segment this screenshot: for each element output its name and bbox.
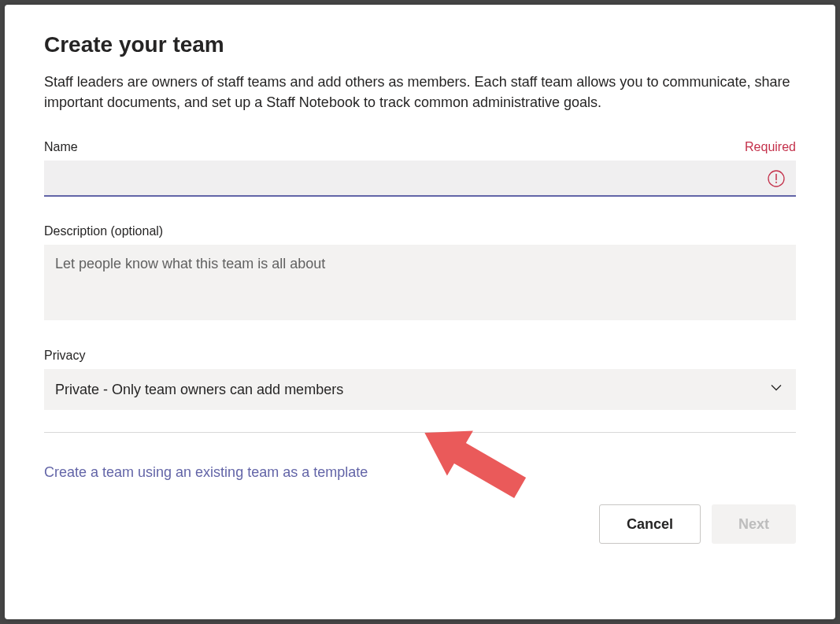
svg-point-2: [775, 182, 777, 183]
chevron-down-icon: [769, 381, 783, 399]
description-input[interactable]: [44, 245, 796, 320]
privacy-label: Privacy: [44, 349, 85, 363]
create-from-template-link[interactable]: Create a team using an existing team as …: [44, 464, 368, 481]
dialog-description: Staff leaders are owners of staff teams …: [44, 72, 796, 113]
name-label: Name: [44, 140, 78, 154]
required-tag: Required: [745, 140, 796, 154]
cancel-button[interactable]: Cancel: [599, 504, 701, 544]
name-field-row: Name Required: [44, 140, 796, 154]
divider: [44, 432, 796, 433]
next-button[interactable]: Next: [712, 504, 796, 544]
create-team-dialog: Create your team Staff leaders are owner…: [5, 5, 835, 619]
privacy-select[interactable]: Private - Only team owners can add membe…: [44, 369, 796, 410]
name-input[interactable]: [44, 161, 796, 197]
privacy-selected-value: Private - Only team owners can add membe…: [55, 382, 343, 398]
dialog-title: Create your team: [44, 32, 796, 57]
name-input-wrapper: [44, 161, 796, 197]
description-label: Description (optional): [44, 224, 163, 238]
dialog-button-row: Cancel Next: [44, 504, 796, 544]
error-icon: [768, 170, 785, 187]
description-field-row: Description (optional): [44, 224, 796, 238]
privacy-field-row: Privacy: [44, 349, 796, 363]
